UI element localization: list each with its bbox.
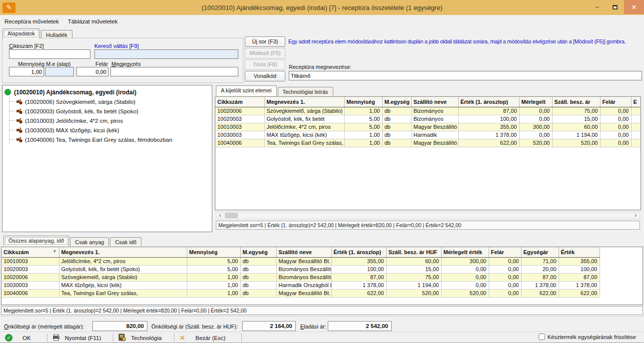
table-cell[interactable]: 15,00	[552, 115, 600, 123]
table-cell[interactable]: 5,00	[344, 115, 382, 123]
delete-button[interactable]: Töröl (F8)	[245, 59, 285, 70]
table-cell[interactable]: 0,00	[441, 273, 489, 281]
table-cell[interactable]: 10010003	[215, 123, 264, 131]
table-cell[interactable]: 0,00	[600, 123, 631, 131]
table-cell[interactable]: 1 378,00	[559, 281, 600, 289]
column-header[interactable]: Cikkszám	[215, 97, 264, 107]
table-cell[interactable]: Golyóstoll, kék, fix betét	[264, 115, 344, 123]
table-cell[interactable]: 1,00	[187, 281, 240, 289]
table-row[interactable]: 10020003Golyóstoll, kék, fix betét (Spok…	[1, 265, 600, 273]
table-cell[interactable]: 1,00	[344, 131, 382, 139]
table-cell[interactable]: 71,00	[521, 257, 559, 265]
table-cell[interactable]: Harmadik Országból Llc.	[276, 281, 331, 289]
table-cell[interactable]: 1,00	[187, 289, 240, 297]
column-header[interactable]: Mennyiség	[344, 97, 382, 107]
table-cell[interactable]: MAX tűzőgép, kicsi (kék)	[59, 281, 187, 289]
table-cell[interactable]: 87,00	[559, 273, 600, 281]
table-cell[interactable]: 622,00	[559, 289, 600, 297]
table-cell[interactable]: Jelölőcímke, 4*2 cm, piros	[264, 123, 344, 131]
table-cell[interactable]: 0,00	[489, 273, 521, 281]
table-cell[interactable]: Bizományos	[411, 107, 458, 115]
table-cell[interactable]: 1 194,00	[386, 281, 441, 289]
table-cell[interactable]: 1,00	[344, 139, 382, 147]
modify-button[interactable]: Módosít (F5)	[245, 48, 285, 58]
table-cell[interactable]	[631, 107, 641, 115]
table-cell[interactable]: db	[240, 273, 276, 281]
column-header[interactable]: Érték (1. ároszlop)	[331, 247, 386, 257]
table-cell[interactable]: 622,00	[331, 289, 386, 297]
table-cell[interactable]	[631, 115, 641, 123]
table-cell[interactable]: 622,00	[521, 289, 559, 297]
tree-item[interactable]: (10010003) Jelölőcímke, 4*2 cm, piros	[9, 116, 211, 125]
table-row[interactable]: 10030003MAX tűzőgép, kicsi (kék)1,00dbHa…	[215, 131, 641, 139]
table-cell[interactable]: 520,00	[519, 139, 552, 147]
table-cell[interactable]	[631, 123, 641, 131]
table-row[interactable]: 10020006Szövegkiemelő, sárga (Stabilo)1,…	[215, 107, 641, 115]
table-cell[interactable]: 622,00	[458, 139, 519, 147]
tree-root-item[interactable]: (10020010) Ajándékcsomag, egyedi (irodai…	[3, 87, 211, 97]
column-header[interactable]: Megnevezés 1.	[264, 97, 344, 107]
table-cell[interactable]: 10040006	[1, 289, 59, 297]
tab-alapadatok[interactable]: Alapadatok	[2, 28, 40, 39]
table-cell[interactable]: 100,00	[559, 265, 600, 273]
maximize-button[interactable]	[606, 0, 624, 14]
table-cell[interactable]: db	[382, 115, 411, 123]
close-dialog-button[interactable]: ✕ Bezár (Esc)	[174, 333, 242, 343]
table-cell[interactable]: 0,00	[600, 139, 631, 147]
column-header[interactable]: Mennyiség	[187, 247, 240, 257]
column-header[interactable]: Mérlegelt	[519, 97, 552, 107]
table-cell[interactable]: Magyar Beszállító Bt.	[276, 257, 331, 265]
tab-osszes-alapanyag-ido[interactable]: Összes alapanyag, idő	[3, 236, 69, 246]
column-header[interactable]: Mérlegelt érték	[441, 247, 489, 257]
table-cell[interactable]: 520,00	[441, 289, 489, 297]
table-cell[interactable]: 355,00	[559, 257, 600, 265]
table-cell[interactable]: Tea, Twinings Earl Grey szálas,	[264, 139, 344, 147]
table-cell[interactable]: 0,00	[519, 131, 552, 139]
column-header[interactable]: Egységár	[521, 247, 559, 257]
table-cell[interactable]: 15,00	[386, 265, 441, 273]
menu-item-receptura-muveletek[interactable]: Receptúra műveletek	[0, 16, 63, 26]
kereso-valtas-label[interactable]: Kereső váltás [F9]	[94, 43, 139, 49]
column-header[interactable]: Száll. besz. ár	[552, 97, 600, 107]
table-row[interactable]: 10010003Jelölőcímke, 4*2 cm, piros5,00db…	[1, 257, 600, 265]
table-cell[interactable]: 0,00	[519, 115, 552, 123]
table-cell[interactable]	[631, 131, 641, 139]
scroll-right-icon[interactable]: ›	[632, 212, 640, 219]
column-header[interactable]: Megnevezés 1.	[59, 247, 187, 257]
close-button[interactable]: ✕	[624, 0, 644, 14]
table-cell[interactable]: 5,00	[344, 123, 382, 131]
column-header[interactable]: Szállító neve	[276, 247, 331, 257]
table-cell[interactable]: Magyar Beszállító Bt.	[276, 289, 331, 297]
table-cell[interactable]: 10020006	[215, 107, 264, 115]
table-cell[interactable]: db	[382, 139, 411, 147]
table-cell[interactable]: 1 378,00	[331, 281, 386, 289]
kereso-input[interactable]	[94, 49, 238, 59]
table-cell[interactable]: 10010003	[1, 257, 59, 265]
print-button[interactable]: Nyomtat (F11)	[47, 333, 113, 343]
table-row[interactable]: 10010003Jelölőcímke, 4*2 cm, piros5,00db…	[215, 123, 641, 131]
table-row[interactable]: 10020006Szövegkiemelő, sárga (Stabilo)1,…	[1, 273, 600, 281]
table-cell[interactable]: db	[240, 257, 276, 265]
table-row[interactable]: 10040006Tea, Twinings Earl Grey szálas,1…	[1, 289, 600, 297]
table-cell[interactable]: 300,00	[519, 123, 552, 131]
table-cell[interactable]: db	[382, 131, 411, 139]
table-cell[interactable]: MAX tűzőgép, kicsi (kék)	[264, 131, 344, 139]
table-cell[interactable]: 20,00	[521, 265, 559, 273]
table-cell[interactable]: db	[240, 265, 276, 273]
table-cell[interactable]: db	[240, 289, 276, 297]
column-header[interactable]: Felár	[489, 247, 521, 257]
table-cell[interactable]: 10020003	[215, 115, 264, 123]
table-cell[interactable]: 5,00	[187, 265, 240, 273]
table-cell[interactable]: 355,00	[331, 257, 386, 265]
menu-item-tablazat-muveletek[interactable]: Táblázat műveletek	[63, 16, 122, 26]
megjegyzes-input[interactable]	[110, 67, 238, 76]
table-cell[interactable]: 87,00	[331, 273, 386, 281]
table-cell[interactable]: 1 378,00	[521, 281, 559, 289]
table-cell[interactable]: 0,00	[489, 265, 521, 273]
table-cell[interactable]: 1 194,00	[552, 131, 600, 139]
tree-item[interactable]: (10020003) Golyóstoll, kék, fix betét (S…	[9, 106, 211, 116]
barcode-button[interactable]: Vonalkód	[245, 71, 285, 81]
horizontal-scrollbar[interactable]: ‹ ›	[216, 212, 640, 219]
tab-csak-anyag[interactable]: Csak anyag	[70, 237, 109, 246]
table-cell[interactable]: db	[240, 281, 276, 289]
